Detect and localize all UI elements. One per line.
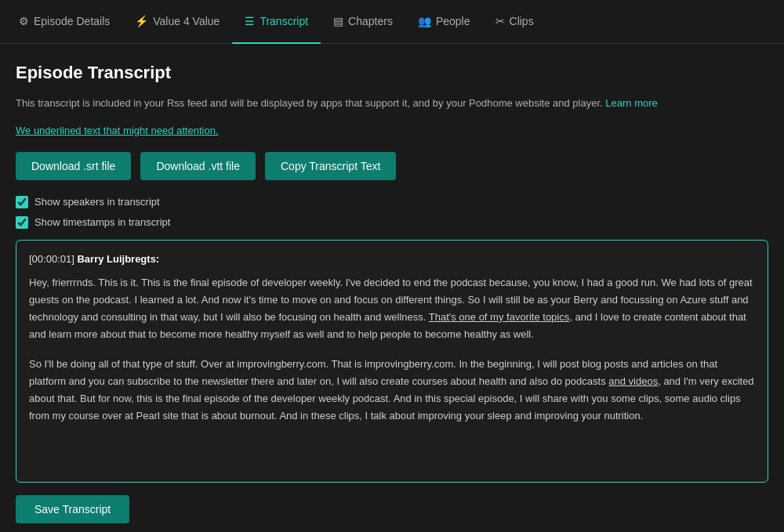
show-timestamps-label[interactable]: Show timestamps in transcript (34, 216, 170, 228)
tab-transcript[interactable]: ☰ Transcript (232, 0, 321, 44)
show-speakers-checkbox[interactable] (16, 196, 28, 208)
transcript-paragraph-1: Hey, frierrrnds. This is it. This is the… (29, 274, 755, 343)
transcript-paragraph-2: So I'll be doing all of that type of stu… (29, 356, 755, 425)
attention-span-1: That's one of my favorite topics, (429, 311, 572, 323)
people-icon: 👥 (418, 15, 431, 27)
tab-people[interactable]: 👥 People (405, 0, 483, 44)
learn-more-link[interactable]: Learn more (605, 97, 657, 109)
page-title: Episode Transcript (16, 63, 768, 83)
lightning-icon: ⚡ (135, 15, 148, 27)
action-buttons: Download .srt file Download .vtt file Co… (16, 152, 768, 180)
copy-transcript-button[interactable]: Copy Transcript Text (265, 152, 396, 180)
chapters-icon: ▤ (333, 15, 343, 27)
tab-value4value[interactable]: ⚡ Value 4 Value (122, 0, 232, 44)
transcript-box[interactable]: [00:00:01] Barry Luijbregts: Hey, frierr… (16, 240, 768, 483)
clips-icon: ✂ (495, 15, 505, 27)
gear-icon: ⚙ (19, 15, 29, 27)
main-content: Episode Transcript This transcript is in… (0, 44, 784, 532)
checkboxes-section: Show speakers in transcript Show timesta… (16, 196, 768, 229)
download-srt-button[interactable]: Download .srt file (16, 152, 131, 180)
transcript-header: [00:00:01] Barry Luijbregts: (29, 253, 755, 265)
download-vtt-button[interactable]: Download .vtt file (140, 152, 256, 180)
tab-clips[interactable]: ✂ Clips (483, 0, 546, 44)
tab-episode-details[interactable]: ⚙ Episode Details (6, 0, 122, 44)
tab-chapters[interactable]: ▤ Chapters (321, 0, 405, 44)
attention-span-2: and videos, (608, 375, 661, 387)
save-transcript-button[interactable]: Save Transcript (16, 495, 129, 523)
show-speakers-label[interactable]: Show speakers in transcript (34, 196, 160, 208)
attention-notice[interactable]: We underlined text that might need atten… (16, 125, 218, 136)
show-timestamps-checkbox[interactable] (16, 216, 28, 229)
description: This transcript is included in your Rss … (16, 96, 768, 111)
top-navigation: ⚙ Episode Details ⚡ Value 4 Value ☰ Tran… (0, 0, 784, 44)
transcript-icon: ☰ (245, 15, 255, 27)
show-timestamps-row: Show timestamps in transcript (16, 216, 768, 229)
show-speakers-row: Show speakers in transcript (16, 196, 768, 208)
